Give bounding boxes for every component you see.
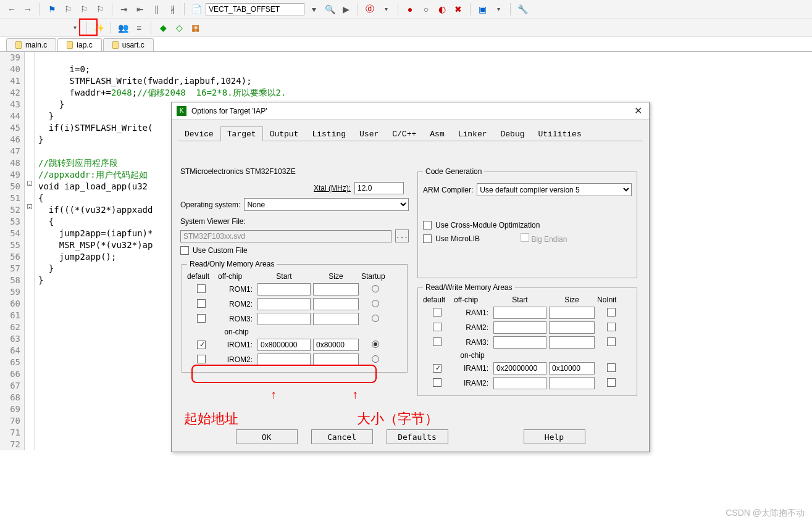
bookmark-icon[interactable]: ⚑ [45, 2, 59, 16]
ram3-size-input[interactable] [549, 336, 595, 349]
mcu-label: STMicroelectronics STM32F103ZE [180, 167, 409, 176]
bookmark-next-icon[interactable]: ⚐ [77, 2, 91, 16]
rebuild-icon[interactable]: ◇ [172, 21, 186, 35]
iram2-size-input[interactable] [549, 377, 595, 389]
defaults-button[interactable]: Defaults [387, 429, 448, 444]
rom1-size-input[interactable] [313, 283, 359, 296]
irom2-size-input[interactable] [313, 353, 359, 366]
iram1-noinit-checkbox[interactable] [607, 363, 616, 372]
debug-dropdown-icon[interactable]: ▾ [379, 2, 393, 16]
rom1-startup-radio[interactable] [372, 285, 379, 292]
tab-user[interactable]: User [353, 126, 385, 141]
batch-icon[interactable]: ▦ [188, 21, 202, 35]
tab-main-c[interactable]: main.c [6, 38, 56, 51]
rom3-start-input[interactable] [257, 313, 311, 325]
config-icon[interactable]: 🔧 [516, 2, 529, 16]
toolbar-row-2: ▾ ✨ 👥 ≡ ◆ ◇ ▦ [0, 19, 812, 37]
svf-browse-button[interactable]: ... [395, 229, 409, 242]
tab-cpp[interactable]: C/C++ [385, 126, 423, 141]
close-icon[interactable]: ✕ [632, 105, 644, 117]
xtal-input[interactable] [354, 182, 404, 194]
dialog-icon: K [177, 106, 186, 116]
crossmod-checkbox[interactable] [423, 221, 432, 229]
irom1-default-checkbox[interactable] [197, 341, 206, 349]
rom2-size-input[interactable] [313, 298, 359, 310]
breakpoint-icon[interactable]: ● [403, 2, 417, 16]
iram1-default-checkbox[interactable] [433, 364, 442, 373]
tab-usart-c[interactable]: usart.c [103, 38, 154, 51]
rom3-default-checkbox[interactable] [197, 314, 206, 323]
iram2-start-input[interactable] [493, 377, 546, 389]
arm-compiler-select[interactable]: Use default compiler version 5 [477, 183, 632, 196]
rom3-size-input[interactable] [313, 313, 359, 325]
irom2-start-input[interactable] [257, 353, 311, 366]
tab-linker[interactable]: Linker [451, 126, 494, 141]
rom3-startup-radio[interactable] [372, 315, 379, 322]
ram3-default-checkbox[interactable] [433, 337, 442, 346]
tab-target[interactable]: Target [220, 126, 263, 141]
crossmod-label: Use Cross-Module Optimization [435, 221, 540, 229]
breakpoint-kill-icon[interactable]: ✖ [451, 2, 465, 16]
run-icon[interactable]: ▶ [339, 2, 353, 16]
tab-output[interactable]: Output [263, 126, 306, 141]
annotation-start-label: 起始地址 [184, 410, 238, 428]
window-icon[interactable]: ▣ [475, 2, 489, 16]
rom1-start-input[interactable] [257, 283, 311, 296]
irom1-start-input[interactable] [257, 339, 311, 351]
back-icon[interactable]: ← [5, 2, 19, 16]
ram1-default-checkbox[interactable] [433, 308, 442, 316]
microlib-checkbox[interactable] [423, 234, 432, 243]
dropdown-icon[interactable]: ▾ [307, 2, 320, 16]
tab-debug[interactable]: Debug [494, 126, 532, 141]
uncomment-icon[interactable]: ∦ [165, 2, 179, 16]
window-dropdown-icon[interactable]: ▾ [492, 2, 505, 16]
tab-utilities[interactable]: Utilities [532, 126, 588, 141]
bookmark-prev-icon[interactable]: ⚐ [61, 2, 75, 16]
rom2-default-checkbox[interactable] [197, 299, 206, 308]
comment-icon[interactable]: ∥ [149, 2, 163, 16]
help-button[interactable]: Help [524, 429, 585, 444]
tab-asm[interactable]: Asm [423, 126, 451, 141]
file-icon[interactable]: 📄 [190, 2, 203, 16]
use-custom-checkbox[interactable] [180, 246, 189, 255]
breakpoint-disable-icon[interactable]: ○ [419, 2, 433, 16]
ram1-start-input[interactable] [493, 307, 546, 319]
breakpoint-all-icon[interactable]: ◐ [435, 2, 449, 16]
irom1-startup-radio[interactable] [372, 341, 379, 348]
rom2-startup-radio[interactable] [372, 300, 379, 307]
iram1-start-input[interactable] [493, 362, 546, 374]
cancel-button[interactable]: Cancel [311, 429, 373, 444]
iram1-size-input[interactable] [549, 362, 595, 374]
irom2-default-checkbox[interactable] [197, 355, 206, 363]
manage-icon[interactable]: 👥 [116, 21, 130, 35]
search-input[interactable]: VECT_TAB_OFFSET [206, 3, 304, 15]
tab-device[interactable]: Device [178, 126, 220, 141]
debug-icon[interactable]: ⓓ [363, 2, 377, 16]
tab-iap-c[interactable]: iap.c [57, 38, 101, 51]
ram2-start-input[interactable] [493, 321, 546, 334]
ram3-start-input[interactable] [493, 336, 546, 349]
tab-listing[interactable]: Listing [305, 126, 353, 141]
build-icon[interactable]: ◆ [156, 21, 170, 35]
find-icon[interactable]: 🔍 [323, 2, 337, 16]
rom2-start-input[interactable] [257, 298, 311, 310]
forward-icon[interactable]: → [21, 2, 35, 16]
ok-button[interactable]: OK [236, 429, 298, 444]
iram2-noinit-checkbox[interactable] [607, 378, 616, 387]
ram3-noinit-checkbox[interactable] [607, 337, 616, 346]
iram2-default-checkbox[interactable] [433, 378, 442, 387]
os-label: Operating system: [180, 200, 240, 209]
ram2-default-checkbox[interactable] [433, 323, 442, 331]
ram1-size-input[interactable] [549, 307, 595, 319]
irom1-size-input[interactable] [313, 339, 359, 351]
os-select[interactable]: None [244, 198, 409, 211]
irom2-startup-radio[interactable] [372, 355, 379, 363]
ram2-noinit-checkbox[interactable] [607, 323, 616, 331]
rom1-default-checkbox[interactable] [197, 284, 206, 293]
ram2-size-input[interactable] [549, 321, 595, 334]
indent-icon[interactable]: ⇥ [117, 2, 131, 16]
outdent-icon[interactable]: ⇤ [133, 2, 147, 16]
layers-icon[interactable]: ≡ [132, 21, 146, 35]
ram1-noinit-checkbox[interactable] [607, 308, 616, 316]
bookmark-clear-icon[interactable]: ⚐ [93, 2, 107, 16]
